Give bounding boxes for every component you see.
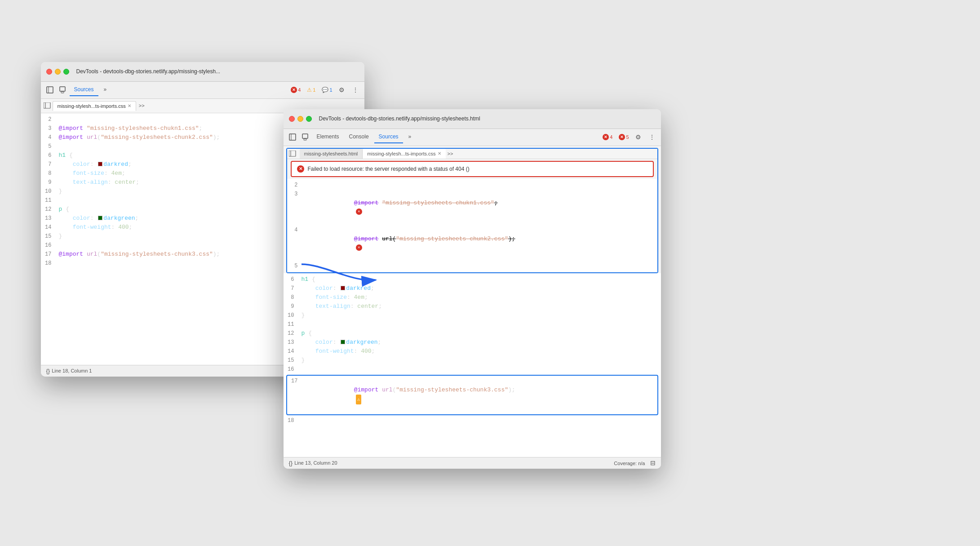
status-bar-2: {} Line 13, Column 20 Coverage: n/a ⊟ <box>284 457 661 469</box>
toolbar-right-2: ⚙ ⋮ <box>633 132 657 142</box>
maximize-button-1[interactable] <box>63 69 69 75</box>
settings-icon-2[interactable]: ⚙ <box>633 132 644 142</box>
device-icon-2[interactable] <box>300 132 310 142</box>
file-section-highlight: missing-stylesheets.html missing-stylesh… <box>286 148 658 273</box>
svg-rect-8 <box>304 139 306 140</box>
toolbar-tabs-2: Elements Console Sources » <box>312 131 597 143</box>
w2-line-7: 7 color: darkred; <box>284 284 661 293</box>
error-tooltip: ✕ Failed to load resource: the server re… <box>291 161 654 177</box>
kebab-icon-2[interactable]: ⋮ <box>647 132 657 142</box>
w2-line-6: 6 h1 { <box>284 275 661 284</box>
w2-code-line-5: 5 <box>287 262 657 271</box>
w2-line-9: 9 text-align: center; <box>284 302 661 311</box>
status-left-2: {} Line 13, Column 20 <box>289 460 337 466</box>
window-content-2: Elements Console Sources » ✕ 4 ✕ 5 <box>284 129 661 469</box>
svg-rect-0 <box>47 87 53 93</box>
inspector-icon-2[interactable] <box>287 132 298 142</box>
warning-error-icon-2: ✕ <box>619 134 625 140</box>
coverage-icon-2: ⊟ <box>650 459 656 466</box>
warning-badge-2: ✕ 5 <box>616 133 631 141</box>
info-badge-1: 💬 1 <box>319 86 334 93</box>
sidebar-toggle-1[interactable] <box>43 101 52 110</box>
tab-console-2[interactable]: Console <box>345 131 373 143</box>
close-button-2[interactable] <box>289 116 295 122</box>
toolbar-1: Sources » ✕ 4 ⚠ 1 💬 1 <box>41 82 364 99</box>
badges-1: ✕ 4 ⚠ 1 💬 1 <box>288 86 334 93</box>
file-tab-css-2[interactable]: missing-stylesh...ts-imports.css ✕ <box>362 149 445 159</box>
more-file-tabs-2[interactable]: >> <box>446 149 455 158</box>
error-badge-line4: ✕ <box>356 244 362 251</box>
error-badge-1: ✕ 4 <box>288 86 303 93</box>
more-tabs-1[interactable]: » <box>99 84 111 96</box>
error-badge-2: ✕ 4 <box>600 133 615 141</box>
file-tab-close-1[interactable]: ✕ <box>128 103 131 108</box>
svg-rect-3 <box>44 102 50 108</box>
close-button-1[interactable] <box>46 69 52 75</box>
error-tooltip-icon: ✕ <box>297 165 304 173</box>
cursor-position-1: Line 18, Column 1 <box>52 368 92 373</box>
tab-sources-2[interactable]: Sources <box>374 131 403 143</box>
w2-line-12: 12 p { <box>284 329 661 338</box>
w2-line-16: 16 <box>284 365 661 374</box>
titlebar-2: DevTools - devtools-dbg-stories.netlify.… <box>284 109 661 129</box>
w2-line-8: 8 font-size: 4em; <box>284 293 661 302</box>
toolbar-tabs-1: Sources » <box>70 84 285 96</box>
traffic-lights-2 <box>289 116 312 122</box>
w2-line-15: 15 } <box>284 356 661 365</box>
more-file-tabs-1[interactable]: >> <box>137 102 146 109</box>
status-right-2: Coverage: n/a ⊟ <box>614 459 655 466</box>
curly-brace-icon-1: {} <box>46 368 50 374</box>
window-title-1: DevTools - devtools-dbg-stories.netlify.… <box>76 68 221 75</box>
devtools-window-2: DevTools - devtools-dbg-stories.netlify.… <box>284 109 661 469</box>
file-tab-active-1[interactable]: missing-stylesh...ts-imports.css ✕ <box>53 101 136 111</box>
w2-line-18: 18 <box>284 416 661 425</box>
w2-line-11: 11 <box>284 320 661 329</box>
w2-code-line-2: 2 <box>287 181 657 190</box>
more-tabs-2[interactable]: » <box>404 131 416 143</box>
kebab-icon-1[interactable]: ⋮ <box>350 84 361 95</box>
svg-rect-1 <box>60 87 65 91</box>
cursor-position-2: Line 13, Column 20 <box>294 460 337 466</box>
traffic-lights-1 <box>46 69 69 75</box>
warning-badge-1: ⚠ 1 <box>305 86 318 93</box>
badges-2: ✕ 4 ✕ 5 <box>600 133 631 141</box>
svg-rect-2 <box>61 92 64 93</box>
maximize-button-2[interactable] <box>306 116 312 122</box>
minimize-button-2[interactable] <box>297 116 303 122</box>
w2-line-17: 17 @import url("missing-stylesheets-chun… <box>287 376 657 414</box>
w2-line-14: 14 font-weight: 400; <box>284 347 661 356</box>
w2-line-13: 13 color: darkgreen; <box>284 338 661 347</box>
inspector-icon[interactable] <box>44 84 55 95</box>
svg-rect-9 <box>289 151 296 156</box>
toolbar-2: Elements Console Sources » ✕ 4 ✕ 5 <box>284 129 661 146</box>
error-badge-line3: ✕ <box>356 209 362 215</box>
warning-badge-line17: ⚠ <box>356 395 362 404</box>
curly-brace-icon-2: {} <box>289 460 293 466</box>
main-code-section-2[interactable]: 6 h1 { 7 color: darkred; 8 font-size: 4e… <box>284 273 661 457</box>
window-title-2: DevTools - devtools-dbg-stories.netlify.… <box>319 115 480 122</box>
titlebar-1: DevTools - devtools-dbg-stories.netlify.… <box>41 62 364 82</box>
device-icon[interactable] <box>57 84 68 95</box>
highlighted-code-section: 2 3 @import "missing-stylesheets-chukn1.… <box>287 179 657 272</box>
sidebar-toggle-2[interactable] <box>289 151 297 157</box>
error-icon-1: ✕ <box>291 87 297 93</box>
svg-rect-6 <box>289 134 296 140</box>
status-left-1: {} Line 18, Column 1 <box>46 368 92 374</box>
line17-highlight: 17 @import url("missing-stylesheets-chun… <box>286 375 658 415</box>
settings-icon-1[interactable]: ⚙ <box>337 84 347 95</box>
file-tab-close-2[interactable]: ✕ <box>438 151 441 156</box>
error-icon-2: ✕ <box>603 134 609 140</box>
w2-code-line-4: 4 @import url("missing-stylesheets-chunk… <box>287 226 657 262</box>
toolbar-right-1: ⚙ ⋮ <box>337 84 361 95</box>
svg-rect-7 <box>302 134 308 138</box>
w2-code-line-3: 3 @import "missing-stylesheets-chukn1.cs… <box>287 190 657 226</box>
w2-line-10: 10 } <box>284 311 661 320</box>
file-tab-html-2[interactable]: missing-stylesheets.html <box>300 149 363 159</box>
minimize-button-1[interactable] <box>55 69 61 75</box>
coverage-2: Coverage: n/a <box>614 461 645 466</box>
tab-elements-2[interactable]: Elements <box>312 131 344 143</box>
error-tooltip-text: Failed to load resource: the server resp… <box>308 166 470 172</box>
tab-sources-1[interactable]: Sources <box>70 84 98 96</box>
file-tabbar-2: missing-stylesheets.html missing-stylesh… <box>287 149 657 159</box>
